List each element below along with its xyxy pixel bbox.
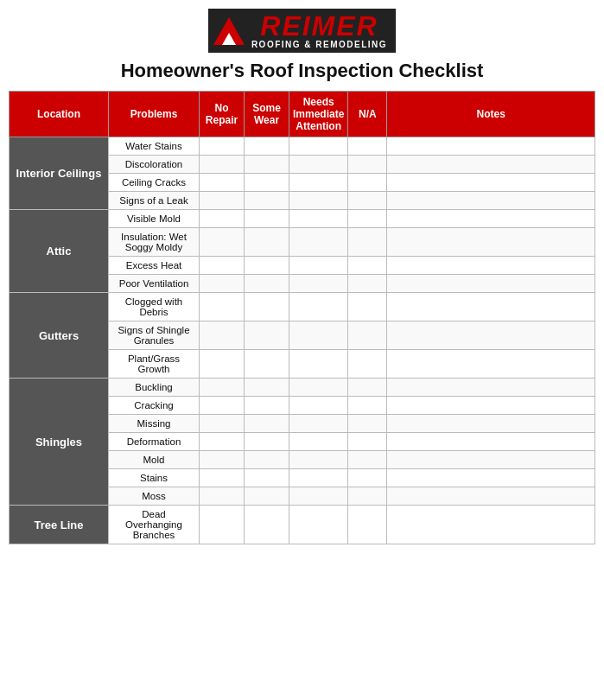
needs-attention-cell[interactable] (289, 433, 348, 451)
notes-cell[interactable] (387, 275, 595, 293)
notes-cell[interactable] (387, 210, 595, 228)
na-cell[interactable] (348, 174, 387, 192)
some-wear-cell[interactable] (245, 321, 289, 350)
needs-attention-cell[interactable] (289, 379, 348, 397)
notes-cell[interactable] (387, 469, 595, 487)
needs-attention-cell[interactable] (289, 228, 348, 257)
needs-attention-cell[interactable] (289, 275, 348, 293)
na-cell[interactable] (348, 321, 387, 350)
notes-cell[interactable] (387, 137, 595, 156)
na-cell[interactable] (348, 137, 387, 156)
notes-cell[interactable] (387, 350, 595, 379)
needs-attention-cell[interactable] (289, 451, 348, 469)
some-wear-cell[interactable] (245, 397, 289, 415)
needs-attention-cell[interactable] (289, 415, 348, 433)
na-cell[interactable] (348, 451, 387, 469)
some-wear-cell[interactable] (245, 433, 289, 451)
no-repair-cell[interactable] (200, 506, 245, 544)
needs-attention-cell[interactable] (289, 174, 348, 192)
na-cell[interactable] (348, 156, 387, 174)
notes-cell[interactable] (387, 397, 595, 415)
needs-attention-cell[interactable] (289, 156, 348, 174)
some-wear-cell[interactable] (245, 506, 289, 544)
na-cell[interactable] (348, 397, 387, 415)
needs-attention-cell[interactable] (289, 397, 348, 415)
no-repair-cell[interactable] (200, 228, 245, 257)
no-repair-cell[interactable] (200, 192, 245, 210)
no-repair-cell[interactable] (200, 487, 245, 506)
notes-cell[interactable] (387, 379, 595, 397)
needs-attention-cell[interactable] (289, 192, 348, 210)
problem-cell: Signs of Shingle Granules (109, 321, 200, 350)
notes-cell[interactable] (387, 228, 595, 257)
notes-cell[interactable] (387, 293, 595, 321)
no-repair-cell[interactable] (200, 433, 245, 451)
na-cell[interactable] (348, 506, 387, 544)
some-wear-cell[interactable] (245, 192, 289, 210)
notes-cell[interactable] (387, 487, 595, 506)
some-wear-cell[interactable] (245, 451, 289, 469)
some-wear-cell[interactable] (245, 257, 289, 275)
needs-attention-cell[interactable] (289, 350, 348, 379)
no-repair-cell[interactable] (200, 350, 245, 379)
no-repair-cell[interactable] (200, 156, 245, 174)
no-repair-cell[interactable] (200, 321, 245, 350)
some-wear-cell[interactable] (245, 415, 289, 433)
needs-attention-cell[interactable] (289, 210, 348, 228)
needs-attention-cell[interactable] (289, 321, 348, 350)
some-wear-cell[interactable] (245, 156, 289, 174)
na-cell[interactable] (348, 293, 387, 321)
some-wear-cell[interactable] (245, 174, 289, 192)
some-wear-cell[interactable] (245, 469, 289, 487)
some-wear-cell[interactable] (245, 228, 289, 257)
notes-cell[interactable] (387, 433, 595, 451)
na-cell[interactable] (348, 192, 387, 210)
no-repair-cell[interactable] (200, 293, 245, 321)
no-repair-cell[interactable] (200, 257, 245, 275)
some-wear-cell[interactable] (245, 275, 289, 293)
no-repair-cell[interactable] (200, 137, 245, 156)
na-cell[interactable] (348, 210, 387, 228)
some-wear-cell[interactable] (245, 293, 289, 321)
na-cell[interactable] (348, 487, 387, 506)
some-wear-cell[interactable] (245, 137, 289, 156)
needs-attention-cell[interactable] (289, 293, 348, 321)
na-cell[interactable] (348, 469, 387, 487)
notes-cell[interactable] (387, 321, 595, 350)
notes-cell[interactable] (387, 257, 595, 275)
notes-cell[interactable] (387, 174, 595, 192)
no-repair-cell[interactable] (200, 210, 245, 228)
notes-cell[interactable] (387, 415, 595, 433)
some-wear-cell[interactable] (245, 350, 289, 379)
no-repair-cell[interactable] (200, 379, 245, 397)
problem-cell: Excess Heat (109, 257, 200, 275)
notes-cell[interactable] (387, 192, 595, 210)
needs-attention-cell[interactable] (289, 487, 348, 506)
needs-attention-cell[interactable] (289, 257, 348, 275)
na-cell[interactable] (348, 257, 387, 275)
needs-attention-cell[interactable] (289, 137, 348, 156)
no-repair-cell[interactable] (200, 174, 245, 192)
needs-attention-cell[interactable] (289, 506, 348, 544)
no-repair-cell[interactable] (200, 451, 245, 469)
na-cell[interactable] (348, 350, 387, 379)
na-cell[interactable] (348, 433, 387, 451)
some-wear-cell[interactable] (245, 379, 289, 397)
na-cell[interactable] (348, 228, 387, 257)
notes-cell[interactable] (387, 156, 595, 174)
no-repair-cell[interactable] (200, 469, 245, 487)
no-repair-cell[interactable] (200, 275, 245, 293)
na-cell[interactable] (348, 415, 387, 433)
na-cell[interactable] (348, 379, 387, 397)
some-wear-cell[interactable] (245, 210, 289, 228)
needs-attention-cell[interactable] (289, 469, 348, 487)
na-cell[interactable] (348, 275, 387, 293)
problem-cell: Insulation: Wet Soggy Moldy (109, 228, 200, 257)
no-repair-cell[interactable] (200, 397, 245, 415)
notes-cell[interactable] (387, 506, 595, 544)
no-repair-cell[interactable] (200, 415, 245, 433)
table-row: GuttersClogged with Debris (10, 293, 595, 321)
notes-cell[interactable] (387, 451, 595, 469)
some-wear-cell[interactable] (245, 487, 289, 506)
header-some-wear: Some Wear (245, 92, 289, 137)
